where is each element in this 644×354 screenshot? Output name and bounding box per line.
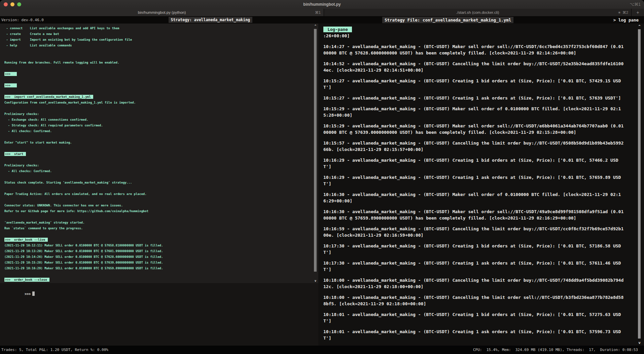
- terminal-output-line: [4, 134, 310, 140]
- right-scrollbar-thumb[interactable]: [638, 29, 641, 339]
- tab-activity-spinner-icon: ✳: [618, 11, 620, 14]
- text-cursor[interactable]: [32, 291, 35, 296]
- left-scrollbar[interactable]: ^ v: [314, 24, 317, 283]
- terminal-output-line: - connect List available exchanges and a…: [4, 26, 310, 31]
- log-entry: 10:17:30 - avellaneda_market_making - (B…: [323, 243, 623, 255]
- log-entry: 10:14:52 - avellaneda_market_making - (B…: [323, 61, 623, 73]
- log-output-area[interactable]: Log-pane :26+00:00] 10:14:27 - avellaned…: [318, 24, 644, 346]
- terminal-output-line: [4, 174, 310, 180]
- trades-status: Trades: 5, Total P&L: 1.20 USDT, Return …: [1, 348, 108, 352]
- left-scrollbar-thumb[interactable]: [314, 29, 317, 272]
- tab-label: bin/hummingbot.py (python): [138, 10, 186, 14]
- terminal-output-line: [4, 146, 310, 151]
- tab-shortcut: ⌘2: [622, 10, 628, 15]
- terminal-window: bin/hummingbot.py ⌥⌘1 bin/hummingbot.py …: [0, 0, 644, 354]
- tab-label: ./start.sh (com.docker.cli): [456, 10, 499, 14]
- log-entry: 10:15:29 - avellaneda_market_making - (B…: [323, 106, 623, 118]
- terminal-output-line: [4, 66, 310, 71]
- terminal-output-line: [4, 88, 310, 94]
- system-status: CPU: 15.4%, Mem: 324.69 MB (419.10 MB), …: [473, 348, 638, 352]
- terminal-output-line: [4, 197, 310, 203]
- terminal-output-line: >>>: [4, 83, 310, 88]
- terminal-output-line: >>> import conf_avellaneda_market_making…: [4, 94, 310, 100]
- terminal-output-line: (2021-11-29 10:12:11) Maker SELL order 0…: [4, 243, 310, 248]
- log-entry: 10:18:01 - avellaneda_market_making - (B…: [323, 311, 623, 324]
- scroll-up-arrow-icon[interactable]: ^: [638, 24, 641, 29]
- terminal-output-line: [4, 106, 310, 111]
- input-prompt: >>>: [25, 292, 31, 296]
- terminal-output-line: [4, 186, 310, 191]
- log-entry: 10:17:30 - avellaneda_market_making - (B…: [323, 260, 623, 273]
- scroll-up-arrow-icon[interactable]: ^: [314, 24, 317, 28]
- log-entry: 10:18:00 - avellaneda_market_making - (B…: [323, 294, 623, 307]
- log-entry: 10:16:29 - avellaneda_market_making - (B…: [323, 157, 623, 170]
- log-entry: 10:16:30 - avellaneda_market_making - (B…: [323, 191, 623, 204]
- terminal-output-line: Connector status: UNKNOWN. This connecto…: [4, 203, 310, 208]
- terminal-output-line: - Exchange check: All connections confir…: [4, 117, 310, 123]
- terminal-output-line: >>> order_book --close: [4, 277, 310, 283]
- terminal-output-line: - import Import an existing bot by loadi…: [4, 37, 310, 43]
- hummingbot-pane: Version: dev-0.46.0 Strategy: avellaneda…: [0, 16, 318, 346]
- log-entry: 10:16:30 - avellaneda_market_making - (B…: [323, 208, 623, 221]
- window-shortcut-hint: ⌥⌘1: [630, 2, 641, 7]
- terminal-output-line: Enter "start" to start market making.: [4, 140, 310, 146]
- terminal-output-line: [4, 231, 310, 237]
- terminal-output-line: (2021-11-29 10:16:29) Maker SELL order 0…: [4, 266, 310, 271]
- split-panes: Version: dev-0.46.0 Strategy: avellaneda…: [0, 16, 644, 346]
- tab-hummingbot[interactable]: bin/hummingbot.py (python) ⌘1: [0, 9, 324, 16]
- terminal-output-line: 'avellaneda_market_making' strategy star…: [4, 220, 310, 226]
- log-entry: 10:16:29 - avellaneda_market_making - (B…: [323, 174, 623, 187]
- right-pane-header: Strategy File: conf_avellaneda_market_ma…: [318, 16, 644, 24]
- log-pane-indicator: > log pane: [613, 17, 639, 23]
- terminal-output-line: [4, 157, 310, 163]
- log-entry: 10:15:27 - avellaneda_market_making - (B…: [323, 78, 623, 90]
- new-tab-button[interactable]: +: [632, 9, 644, 16]
- terminal-output-line: [4, 54, 310, 60]
- terminal-output-line: - Strategy check: All required parameter…: [4, 123, 310, 128]
- terminal-output-line: [4, 214, 310, 220]
- log-entry: 10:14:27 - avellaneda_market_making - (B…: [323, 43, 623, 56]
- status-bar: Trades: 5, Total P&L: 1.20 USDT, Return …: [0, 346, 644, 354]
- command-input-area[interactable]: >>>: [0, 283, 318, 346]
- titlebar: bin/hummingbot.py ⌥⌘1: [0, 0, 644, 9]
- log-pane-window: Strategy File: conf_avellaneda_market_ma…: [318, 16, 644, 346]
- log-entry: 10:18:00 - avellaneda_market_making - (B…: [323, 277, 623, 290]
- tab-shortcut: ⌘1: [315, 10, 321, 15]
- left-output-area[interactable]: - connect List available exchanges and a…: [0, 24, 318, 283]
- terminal-output-line: >>> start: [4, 151, 310, 157]
- terminal-output-line: Preliminary checks:: [4, 163, 310, 168]
- log-entry: 10:16:59 - avellaneda_market_making - (B…: [323, 226, 623, 238]
- strategy-file-label: Strategy File: conf_avellaneda_market_ma…: [382, 17, 513, 23]
- terminal-output-line: Configuration from conf_avellaneda_marke…: [4, 100, 310, 106]
- terminal-output-line: (2021-11-29 10:14:26) Maker SELL order 0…: [4, 254, 310, 260]
- terminal-output-line: (2021-11-29 10:15:28) Maker SELL order 0…: [4, 260, 310, 266]
- terminal-output-line: Running from dev branches. Full remote l…: [4, 60, 310, 66]
- terminal-output-line: - create Create a new bot: [4, 31, 310, 37]
- terminal-output-line: >>> order_book --live: [4, 237, 310, 243]
- scroll-down-arrow-icon[interactable]: v: [314, 279, 317, 282]
- terminal-output-line: [4, 77, 310, 83]
- strategy-label: Strategy: avellaneda_market_making: [169, 17, 252, 23]
- terminal-output-line: Paper Trading Active: All orders are sim…: [4, 191, 310, 197]
- terminal-output-line: [4, 271, 310, 277]
- terminal-output-line: [4, 48, 310, 54]
- left-pane-header: Version: dev-0.46.0 Strategy: avellaneda…: [0, 16, 318, 24]
- scroll-down-arrow-icon[interactable]: v: [638, 341, 641, 345]
- terminal-output-line: - help List available commands: [4, 43, 310, 48]
- terminal-output-line: - All checks: Confirmed.: [4, 168, 310, 174]
- window-title: bin/hummingbot.py: [0, 2, 644, 7]
- terminal-output-line: >>>: [4, 71, 310, 77]
- version-label: Version: dev-0.46.0: [1, 18, 44, 22]
- right-scrollbar[interactable]: ^ v: [638, 24, 641, 346]
- log-entry: 10:15:27 - avellaneda_market_making - (B…: [323, 95, 623, 101]
- log-entries: 10:14:27 - avellaneda_market_making - (B…: [323, 43, 623, 341]
- log-entry: 10:15:57 - avellaneda_market_making - (B…: [323, 140, 623, 153]
- tab-bar: bin/hummingbot.py (python) ⌘1 ./start.sh…: [0, 9, 644, 16]
- terminal-output-line: Status check complete. Starting 'avellan…: [4, 180, 310, 186]
- terminal-output-line: Preliminary checks:: [4, 111, 310, 117]
- terminal-output-line: - All checks: Confirmed.: [4, 128, 310, 134]
- left-output-lines: - connect List available exchanges and a…: [4, 26, 310, 283]
- terminal-output-line: Refer to our Github page for more info: …: [4, 208, 310, 214]
- tab-docker-cli[interactable]: ./start.sh (com.docker.cli) ✳ ⌘2: [324, 9, 632, 16]
- log-entry: 10:15:29 - avellaneda_market_making - (B…: [323, 123, 623, 135]
